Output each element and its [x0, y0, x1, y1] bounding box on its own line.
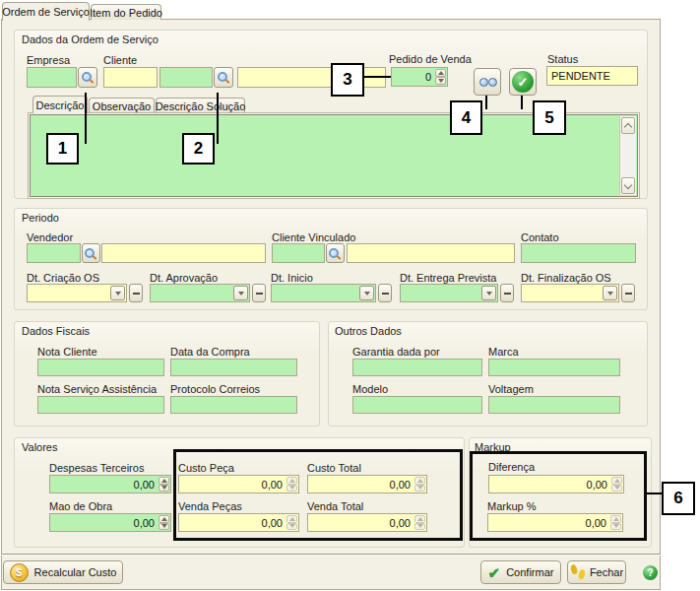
dt-aprovacao-field[interactable]	[150, 284, 250, 302]
empresa-search-button[interactable]	[78, 67, 97, 88]
marca-field[interactable]	[488, 359, 620, 376]
dt-inicio-dropdown[interactable]	[359, 286, 374, 300]
garantia-field[interactable]	[352, 359, 482, 376]
spin-down-icon	[417, 524, 423, 528]
venda-total-spinner[interactable]: 0,00	[307, 513, 427, 532]
cliente-vinculado-label: Cliente Vinculado	[272, 231, 355, 243]
tab-item-do-pedido[interactable]: Item do Pedido	[91, 4, 161, 20]
tab-ordem-de-servico-label: Ordem de Serviço	[2, 6, 90, 18]
spin-up-button[interactable]	[414, 515, 425, 523]
cliente-search-button[interactable]	[214, 67, 233, 88]
dt-inicio-field[interactable]	[271, 284, 376, 302]
nota-servico-field[interactable]	[37, 396, 164, 414]
nota-cliente-field[interactable]	[37, 359, 164, 376]
spin-down-button[interactable]	[159, 485, 169, 492]
spin-down-icon	[161, 524, 167, 528]
tab-observacao[interactable]: Observação	[89, 98, 155, 113]
tab-descricao[interactable]: Descrição	[32, 96, 88, 113]
vendedor-name-field[interactable]	[101, 243, 266, 263]
spin-up-button[interactable]	[610, 515, 621, 523]
dt-inicio-clear-button[interactable]	[378, 284, 392, 302]
vendedor-search-button[interactable]	[82, 243, 100, 263]
spin-up-button[interactable]	[414, 477, 425, 485]
cliente-vinculado-search-button[interactable]	[326, 243, 345, 263]
annotation-6-number: 6	[673, 489, 682, 508]
voltagem-label: Voltagem	[488, 383, 534, 395]
status-value: PENDENTE	[547, 67, 637, 82]
cliente-vinculado-code-field[interactable]	[272, 243, 325, 263]
spin-down-button[interactable]	[414, 523, 425, 531]
dt-aprovacao-dropdown[interactable]	[233, 286, 248, 300]
spin-up-button[interactable]	[159, 477, 169, 485]
modelo-field[interactable]	[352, 396, 482, 414]
spin-down-button[interactable]	[159, 523, 169, 531]
custo-total-spinner[interactable]: 0,00	[307, 475, 427, 493]
venda-pecas-spinner[interactable]: 0,00	[178, 513, 299, 532]
spin-down-button[interactable]	[414, 485, 425, 492]
search-icon	[329, 247, 342, 260]
spin-up-icon	[161, 517, 167, 521]
descricao-scrollbar[interactable]	[619, 116, 636, 195]
spin-down-icon	[438, 79, 444, 83]
dt-criacao-clear-button[interactable]	[129, 284, 143, 302]
fechar-button[interactable]: Fechar	[567, 560, 626, 584]
spin-down-button[interactable]	[286, 485, 297, 492]
mao-obra-spinner[interactable]: 0,00	[49, 513, 171, 532]
cliente-code-field[interactable]	[103, 67, 158, 88]
dt-entrega-field[interactable]	[400, 284, 498, 302]
footer-separator-highlight	[1, 555, 661, 556]
spin-down-button[interactable]	[610, 523, 621, 531]
dt-finalizacao-dropdown[interactable]	[603, 286, 617, 300]
spin-up-button[interactable]	[286, 515, 297, 523]
protocolo-field[interactable]	[170, 396, 297, 414]
spin-down-button[interactable]	[611, 485, 622, 492]
custo-peca-spinner[interactable]: 0,00	[178, 475, 299, 493]
despesas-spinner[interactable]: 0,00	[49, 475, 171, 493]
dt-entrega-dropdown[interactable]	[481, 286, 496, 300]
group-valores-title: Valores	[22, 441, 57, 453]
diferenca-spinner[interactable]: 0,00	[488, 475, 624, 493]
chevron-down-icon	[238, 292, 244, 296]
dt-entrega-clear-button[interactable]	[500, 284, 514, 302]
dt-finalizacao-clear-button[interactable]	[621, 284, 635, 302]
empresa-field[interactable]	[27, 67, 77, 88]
spin-up-icon	[289, 517, 295, 521]
dt-finalizacao-field[interactable]	[521, 284, 619, 302]
data-compra-field[interactable]	[170, 359, 297, 376]
dt-criacao-dropdown[interactable]	[110, 286, 125, 300]
confirmar-button[interactable]: ✔ Confirmar	[480, 560, 561, 584]
cliente-label: Cliente	[103, 54, 137, 66]
annotation-line-1	[85, 93, 87, 144]
recalcular-custo-button[interactable]: $ Recalcular Custo	[3, 560, 123, 584]
tab-descricao-solucao[interactable]: Descrição Solução	[156, 98, 245, 113]
pedido-lookup-button[interactable]	[474, 68, 501, 96]
spin-up-button[interactable]	[611, 477, 622, 485]
spin-up-button[interactable]	[286, 477, 297, 485]
help-button[interactable]: ?	[643, 565, 658, 580]
spin-down-button[interactable]	[286, 523, 297, 531]
mao-obra-label: Mao de Obra	[49, 500, 112, 512]
cliente-vinculado-name-field[interactable]	[347, 243, 515, 263]
dt-entrega-label: Dt. Entrega Prevista	[400, 272, 496, 284]
tab-ordem-de-servico[interactable]: Ordem de Serviço	[2, 2, 90, 21]
tab-observacao-label: Observação	[93, 100, 151, 112]
scroll-up-button[interactable]	[621, 117, 635, 134]
contato-field[interactable]	[521, 243, 636, 263]
chevron-down-icon	[364, 292, 370, 296]
vendedor-code-field[interactable]	[27, 243, 81, 263]
dt-aprovacao-clear-button[interactable]	[252, 284, 266, 302]
voltagem-field[interactable]	[488, 396, 620, 414]
spin-down-button[interactable]	[435, 77, 446, 85]
pedido-venda-spinner[interactable]: 0	[391, 67, 448, 87]
tab-item-do-pedido-label: Item do Pedido	[90, 7, 162, 19]
confirm-status-button[interactable]: ✓	[509, 68, 537, 96]
dt-criacao-field[interactable]	[27, 284, 127, 302]
spin-up-button[interactable]	[159, 515, 169, 523]
dt-inicio-label: Dt. Inicio	[271, 272, 313, 284]
cliente-lookup-field[interactable]	[159, 67, 213, 88]
markup-pct-spinner[interactable]: 0,00	[487, 513, 623, 532]
spin-up-button[interactable]	[435, 69, 446, 77]
status-field[interactable]: PENDENTE	[546, 66, 638, 86]
spin-up-icon	[161, 479, 167, 483]
scroll-down-button[interactable]	[621, 177, 635, 194]
